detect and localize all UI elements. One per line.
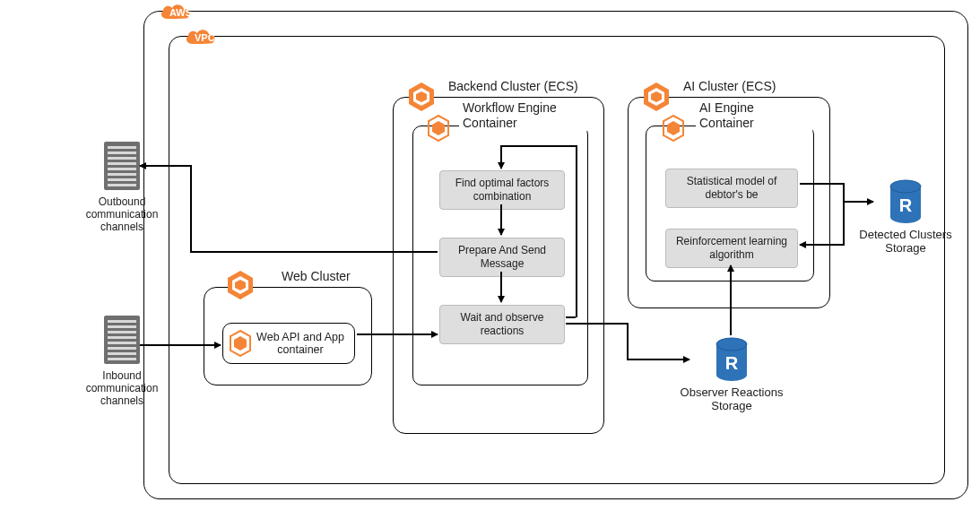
- svg-rect-13: [108, 336, 136, 339]
- arrow-inbound-to-web: [140, 344, 221, 346]
- arrow-prepare-to-wait: [500, 272, 502, 302]
- step-find: Find optimal factors combination: [439, 170, 565, 210]
- arrow-prepare-to-outbound-h2: [190, 251, 438, 253]
- container-icon: [662, 115, 685, 142]
- web-cluster-title: Web Cluster: [278, 269, 354, 283]
- ai-engine-title: AI Engine Container: [696, 100, 812, 131]
- arrow-stats-to-detected-h2: [843, 201, 873, 203]
- database-icon: R: [714, 337, 750, 382]
- outbound-label: Outbound communication channels: [68, 195, 176, 233]
- svg-marker-27: [432, 121, 445, 135]
- ai-rl-card: Reinforcement learning algorithm: [665, 229, 798, 268]
- workflow-engine-title: Workflow Engine Container: [459, 100, 594, 131]
- observer-storage: R Observer Reactions Storage: [678, 337, 785, 412]
- svg-marker-22: [234, 336, 247, 351]
- step-find-label: Find optimal factors combination: [455, 177, 550, 203]
- vpc-badge: VPC: [182, 26, 218, 49]
- container-icon: [427, 115, 450, 142]
- arrow-observer-to-rl: [730, 265, 732, 335]
- ai-stats-card: Statistical model of debtor's be: [665, 169, 798, 208]
- ai-stats-label: Statistical model of debtor's be: [687, 175, 777, 201]
- aws-badge-label: AWS: [169, 7, 192, 18]
- arrow-find-to-prepare: [500, 204, 502, 235]
- svg-rect-10: [108, 320, 136, 323]
- svg-rect-3: [108, 157, 136, 160]
- step-prepare-label: Prepare And Send Message: [458, 244, 546, 270]
- inbound-server: Inbound communication channels: [68, 314, 176, 407]
- ecs-icon: [405, 81, 438, 113]
- database-icon: R: [888, 179, 924, 224]
- web-api-label: Web API and App container: [252, 331, 349, 356]
- svg-rect-14: [108, 342, 136, 344]
- observer-storage-label: Observer Reactions Storage: [678, 385, 785, 412]
- svg-text:R: R: [899, 195, 913, 215]
- arrow-wait-to-observer-v: [627, 323, 629, 359]
- arrow-wait-to-observer-h1: [566, 323, 627, 325]
- arrow-detected-to-rl-v: [843, 201, 845, 246]
- aws-badge: AWS: [157, 1, 193, 24]
- svg-rect-12: [108, 331, 136, 333]
- svg-rect-11: [108, 325, 136, 328]
- step-wait-label: Wait and observe reactions: [461, 311, 544, 337]
- svg-rect-4: [108, 162, 136, 165]
- ai-rl-label: Reinforcement learning algorithm: [676, 235, 787, 261]
- step-wait: Wait and observe reactions: [439, 305, 565, 344]
- web-api-container: Web API and App container: [222, 323, 355, 364]
- server-icon: [102, 314, 142, 366]
- svg-rect-7: [108, 178, 136, 181]
- arrow-wait-to-observer-h2: [627, 359, 689, 360]
- svg-marker-32: [667, 121, 680, 135]
- svg-rect-16: [108, 352, 136, 355]
- ecs-icon: [224, 269, 256, 301]
- svg-rect-17: [108, 358, 136, 360]
- svg-rect-15: [108, 347, 136, 350]
- arrow-detected-to-rl-h: [800, 244, 843, 246]
- arrow-loop-bottom: [566, 316, 576, 318]
- inbound-label: Inbound communication channels: [68, 369, 176, 407]
- svg-rect-2: [108, 152, 136, 154]
- svg-rect-5: [108, 168, 136, 170]
- arrow-prepare-to-outbound-v: [190, 165, 192, 251]
- svg-text:R: R: [725, 353, 739, 373]
- arrow-stats-to-detected-v: [843, 183, 845, 201]
- detected-storage: R Detected Clusters Storage: [854, 179, 958, 255]
- svg-rect-1: [108, 146, 136, 149]
- outbound-server: Outbound communication channels: [68, 140, 176, 233]
- svg-rect-8: [108, 184, 136, 186]
- arrow-stats-to-detected-h: [800, 183, 843, 185]
- svg-rect-6: [108, 173, 136, 176]
- vpc-badge-label: VPC: [195, 32, 215, 43]
- arrow-loop-top: [500, 145, 576, 147]
- ecs-icon: [640, 81, 672, 113]
- detected-storage-label: Detected Clusters Storage: [854, 228, 958, 255]
- arrow-web-to-wait: [357, 333, 438, 335]
- svg-rect-0: [104, 142, 140, 190]
- container-icon: [229, 330, 252, 357]
- svg-rect-9: [104, 316, 140, 364]
- backend-cluster-title: Backend Cluster (ECS): [445, 79, 582, 93]
- arrow-prepare-to-outbound-h: [140, 165, 190, 167]
- ai-cluster-title: AI Cluster (ECS): [680, 79, 779, 93]
- server-icon: [102, 140, 142, 192]
- arrow-loop-right: [576, 145, 577, 317]
- arrow-loop-into-find: [500, 145, 502, 169]
- step-prepare: Prepare And Send Message: [439, 238, 565, 277]
